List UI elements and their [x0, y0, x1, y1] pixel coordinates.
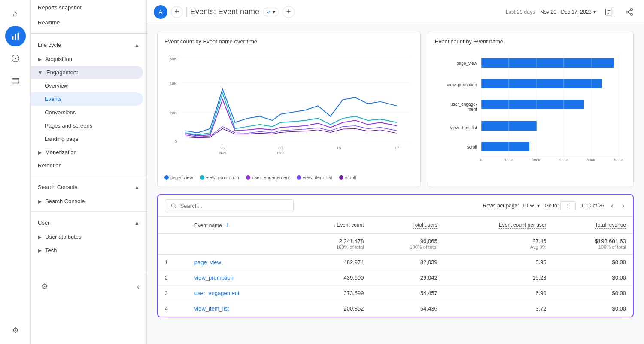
row-event-count-3: 373,599: [292, 286, 371, 301]
row-event-name-2: view_promotion: [188, 270, 292, 286]
sidebar-item-pages-screens[interactable]: Pages and screens: [31, 119, 143, 132]
legend-label-view-item-list: view_item_list: [303, 175, 332, 180]
add-filter-btn[interactable]: +: [283, 6, 295, 18]
home-nav-icon[interactable]: ⌂: [5, 3, 26, 24]
totals-event-count-sub: 100% of total: [299, 244, 364, 250]
sidebar-item-acquisition-label: Acquisition: [45, 56, 72, 62]
rows-per-page-select[interactable]: 10 25 50: [521, 202, 535, 209]
svg-text:page_view: page_view: [456, 61, 477, 66]
next-page-btn[interactable]: ›: [620, 200, 626, 211]
row-users-1: 82,039: [371, 254, 444, 270]
lifecycle-section-label: Life cycle: [38, 42, 61, 48]
col-event-count-per-user[interactable]: Event count per user: [444, 217, 553, 234]
main-content: A + Events: Event name ✓ ▾ + Last 28 day…: [147, 0, 644, 344]
sidebar-item-realtime[interactable]: Realtime: [31, 15, 146, 30]
tech-expand-icon: ▶: [38, 247, 42, 253]
prev-page-btn[interactable]: ‹: [609, 200, 615, 211]
svg-text:300K: 300K: [559, 158, 568, 162]
sidebar-item-search-console-label: Search Console: [45, 198, 85, 204]
totals-ecpu: 27.46 Avg 0%: [444, 234, 553, 255]
col-event-count[interactable]: ↓ Event count: [292, 217, 371, 234]
svg-text:view_promotion: view_promotion: [447, 82, 477, 87]
sidebar-item-acquisition[interactable]: ▶ Acquisition: [31, 52, 143, 66]
bottom-settings-icon[interactable]: ⚙: [38, 280, 52, 293]
goto-page: Go to:: [545, 201, 576, 210]
sidebar-item-engagement-label: Engagement: [46, 69, 78, 76]
date-range-picker[interactable]: Nov 20 - Dec 17, 2023 ▾: [540, 9, 596, 15]
sidebar-item-retention[interactable]: Retention: [31, 159, 143, 172]
col-total-revenue[interactable]: Total revenue: [553, 217, 633, 234]
svg-text:Nov: Nov: [219, 150, 226, 155]
sidebar-item-overview[interactable]: Overview: [31, 79, 143, 92]
sidebar-item-search-console[interactable]: ▶ Search Console: [31, 195, 143, 208]
legend-page-view: page_view: [164, 175, 193, 180]
export-btn[interactable]: [601, 4, 617, 20]
page-title-text: Events: Event name: [190, 7, 259, 16]
user-avatar[interactable]: A: [154, 5, 167, 19]
lifecycle-section-header[interactable]: Life cycle ▲: [31, 37, 146, 52]
add-comparison-btn[interactable]: +: [171, 6, 183, 18]
row-event-count-1: 482,974: [292, 254, 371, 270]
charts-row: Event count by Event name over time 60K …: [157, 31, 634, 187]
title-badge-dropdown-arrow: ▾: [273, 9, 275, 15]
svg-text:view_item_list: view_item_list: [450, 125, 477, 130]
rows-dropdown-arrow: ▾: [537, 203, 540, 209]
date-dropdown-arrow: ▾: [593, 9, 596, 15]
event-link-page-view[interactable]: page_view: [194, 259, 221, 265]
share-btn[interactable]: [622, 4, 637, 20]
sidebar-item-tech[interactable]: ▶ Tech: [31, 244, 143, 257]
bar-view-promotion: [481, 79, 602, 88]
legend-dot-scroll: [339, 175, 343, 180]
title-badge[interactable]: ✓ ▾: [263, 8, 279, 16]
advertising-nav-icon[interactable]: [5, 70, 26, 91]
sidebar-item-conversions[interactable]: Conversions: [31, 106, 143, 119]
event-link-view-promotion[interactable]: view_promotion: [194, 274, 234, 281]
bar-chart-card: Event count by Event name page_view view…: [428, 31, 634, 187]
event-link-user-engagement[interactable]: user_engagement: [194, 290, 240, 296]
goto-input[interactable]: [560, 201, 576, 210]
sort-icon: ↓: [333, 223, 337, 228]
explore-nav-icon[interactable]: [5, 48, 26, 69]
legend-label-view-promotion: view_promotion: [206, 175, 239, 180]
totals-users-value: 96,065: [378, 238, 437, 244]
content-area: Event count by Event name over time 60K …: [147, 24, 644, 344]
bar-view-item-list: [481, 121, 537, 131]
sidebar-item-landing-page[interactable]: Landing page: [31, 132, 143, 146]
row-num-2: 2: [158, 270, 188, 286]
totals-total-users: 96,065 100% of total: [371, 234, 444, 255]
goto-label: Go to:: [545, 203, 559, 209]
svg-text:400K: 400K: [586, 158, 595, 162]
search-console-expand-icon: ▶: [38, 198, 42, 204]
col-total-users[interactable]: Total users: [371, 217, 444, 234]
analytics-nav-icon[interactable]: [5, 26, 26, 46]
user-section-header[interactable]: User ▲: [31, 215, 146, 230]
legend-label-scroll: scroll: [345, 175, 356, 180]
sidebar-collapse-btn[interactable]: ‹: [137, 282, 140, 291]
sidebar-item-engagement[interactable]: ▼ Engagement: [31, 66, 143, 79]
svg-text:17: 17: [395, 146, 399, 150]
svg-text:10: 10: [337, 146, 341, 150]
bar-scroll: [481, 142, 529, 151]
add-column-btn[interactable]: +: [225, 221, 229, 228]
svg-text:40K: 40K: [170, 81, 177, 86]
sidebar-item-events[interactable]: Events: [31, 92, 143, 106]
table-header-row: Event name + ↓ Event count Total users E…: [158, 217, 633, 234]
sidebar-item-tech-label: Tech: [45, 247, 57, 253]
sidebar-item-monetization[interactable]: ▶ Monetization: [31, 146, 143, 159]
search-console-section-header[interactable]: Search Console ▲: [31, 180, 146, 195]
legend-label-page-view: page_view: [170, 175, 193, 180]
totals-revenue: $193,601.63 100% of total: [553, 234, 633, 255]
settings-nav-icon[interactable]: ⚙: [5, 320, 26, 341]
search-input[interactable]: [180, 203, 288, 209]
svg-text:ment: ment: [468, 107, 477, 112]
user-section-label: User: [38, 219, 49, 226]
col-ecpu-label: Event count per user: [499, 222, 547, 229]
date-range-text: Nov 20 - Dec 17, 2023: [540, 9, 592, 15]
col-event-name[interactable]: Event name +: [188, 217, 292, 234]
legend-view-item-list: view_item_list: [297, 175, 332, 180]
col-event-count-label: Event count: [337, 222, 364, 228]
sidebar-item-reports-snapshot[interactable]: Reports snapshot: [31, 0, 146, 15]
sidebar-item-user-attributes[interactable]: ▶ User attributes: [31, 230, 143, 244]
row-num-3: 3: [158, 286, 188, 301]
event-link-view-item-list[interactable]: view_item_list: [194, 305, 229, 312]
